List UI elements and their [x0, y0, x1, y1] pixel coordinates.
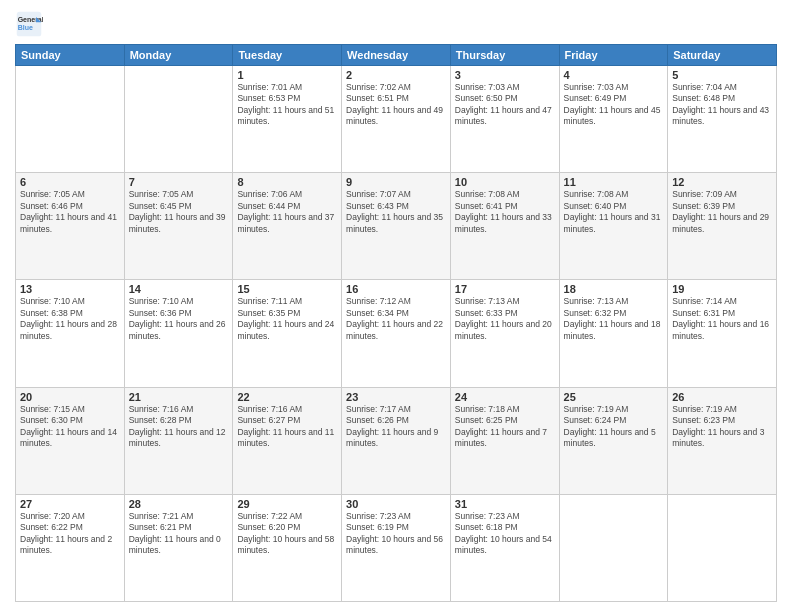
- calendar-cell: 27Sunrise: 7:20 AM Sunset: 6:22 PM Dayli…: [16, 494, 125, 601]
- day-info: Sunrise: 7:05 AM Sunset: 6:45 PM Dayligh…: [129, 189, 229, 235]
- day-info: Sunrise: 7:07 AM Sunset: 6:43 PM Dayligh…: [346, 189, 446, 235]
- logo: General Blue: [15, 10, 47, 38]
- calendar-cell: 22Sunrise: 7:16 AM Sunset: 6:27 PM Dayli…: [233, 387, 342, 494]
- calendar-cell: 28Sunrise: 7:21 AM Sunset: 6:21 PM Dayli…: [124, 494, 233, 601]
- day-number: 7: [129, 176, 229, 188]
- calendar-cell: [559, 494, 668, 601]
- calendar-cell: 8Sunrise: 7:06 AM Sunset: 6:44 PM Daylig…: [233, 173, 342, 280]
- day-header-saturday: Saturday: [668, 45, 777, 66]
- day-number: 13: [20, 283, 120, 295]
- calendar-cell: 9Sunrise: 7:07 AM Sunset: 6:43 PM Daylig…: [342, 173, 451, 280]
- calendar-cell: 23Sunrise: 7:17 AM Sunset: 6:26 PM Dayli…: [342, 387, 451, 494]
- calendar-cell: 4Sunrise: 7:03 AM Sunset: 6:49 PM Daylig…: [559, 66, 668, 173]
- calendar-cell: 26Sunrise: 7:19 AM Sunset: 6:23 PM Dayli…: [668, 387, 777, 494]
- day-info: Sunrise: 7:13 AM Sunset: 6:33 PM Dayligh…: [455, 296, 555, 342]
- calendar-cell: 25Sunrise: 7:19 AM Sunset: 6:24 PM Dayli…: [559, 387, 668, 494]
- day-number: 27: [20, 498, 120, 510]
- day-number: 6: [20, 176, 120, 188]
- day-info: Sunrise: 7:03 AM Sunset: 6:49 PM Dayligh…: [564, 82, 664, 128]
- day-number: 22: [237, 391, 337, 403]
- calendar-week-2: 6Sunrise: 7:05 AM Sunset: 6:46 PM Daylig…: [16, 173, 777, 280]
- day-info: Sunrise: 7:18 AM Sunset: 6:25 PM Dayligh…: [455, 404, 555, 450]
- calendar-cell: 2Sunrise: 7:02 AM Sunset: 6:51 PM Daylig…: [342, 66, 451, 173]
- day-header-monday: Monday: [124, 45, 233, 66]
- day-info: Sunrise: 7:01 AM Sunset: 6:53 PM Dayligh…: [237, 82, 337, 128]
- day-header-sunday: Sunday: [16, 45, 125, 66]
- day-header-thursday: Thursday: [450, 45, 559, 66]
- calendar-cell: 7Sunrise: 7:05 AM Sunset: 6:45 PM Daylig…: [124, 173, 233, 280]
- svg-text:Blue: Blue: [18, 24, 33, 31]
- calendar-cell: 24Sunrise: 7:18 AM Sunset: 6:25 PM Dayli…: [450, 387, 559, 494]
- day-number: 11: [564, 176, 664, 188]
- calendar-header-row: SundayMondayTuesdayWednesdayThursdayFrid…: [16, 45, 777, 66]
- day-info: Sunrise: 7:11 AM Sunset: 6:35 PM Dayligh…: [237, 296, 337, 342]
- day-header-friday: Friday: [559, 45, 668, 66]
- day-number: 10: [455, 176, 555, 188]
- calendar-cell: 5Sunrise: 7:04 AM Sunset: 6:48 PM Daylig…: [668, 66, 777, 173]
- calendar-cell: 12Sunrise: 7:09 AM Sunset: 6:39 PM Dayli…: [668, 173, 777, 280]
- day-info: Sunrise: 7:09 AM Sunset: 6:39 PM Dayligh…: [672, 189, 772, 235]
- calendar-cell: 18Sunrise: 7:13 AM Sunset: 6:32 PM Dayli…: [559, 280, 668, 387]
- day-info: Sunrise: 7:16 AM Sunset: 6:28 PM Dayligh…: [129, 404, 229, 450]
- day-number: 2: [346, 69, 446, 81]
- calendar-cell: 3Sunrise: 7:03 AM Sunset: 6:50 PM Daylig…: [450, 66, 559, 173]
- day-info: Sunrise: 7:23 AM Sunset: 6:18 PM Dayligh…: [455, 511, 555, 557]
- day-number: 25: [564, 391, 664, 403]
- day-info: Sunrise: 7:08 AM Sunset: 6:41 PM Dayligh…: [455, 189, 555, 235]
- calendar-cell: 6Sunrise: 7:05 AM Sunset: 6:46 PM Daylig…: [16, 173, 125, 280]
- calendar-cell: 29Sunrise: 7:22 AM Sunset: 6:20 PM Dayli…: [233, 494, 342, 601]
- day-info: Sunrise: 7:22 AM Sunset: 6:20 PM Dayligh…: [237, 511, 337, 557]
- calendar-week-3: 13Sunrise: 7:10 AM Sunset: 6:38 PM Dayli…: [16, 280, 777, 387]
- calendar-cell: 31Sunrise: 7:23 AM Sunset: 6:18 PM Dayli…: [450, 494, 559, 601]
- calendar-cell: [124, 66, 233, 173]
- day-number: 26: [672, 391, 772, 403]
- logo-icon: General Blue: [15, 10, 43, 38]
- day-info: Sunrise: 7:05 AM Sunset: 6:46 PM Dayligh…: [20, 189, 120, 235]
- calendar-cell: 1Sunrise: 7:01 AM Sunset: 6:53 PM Daylig…: [233, 66, 342, 173]
- day-number: 30: [346, 498, 446, 510]
- calendar-cell: 11Sunrise: 7:08 AM Sunset: 6:40 PM Dayli…: [559, 173, 668, 280]
- calendar-cell: 10Sunrise: 7:08 AM Sunset: 6:41 PM Dayli…: [450, 173, 559, 280]
- day-info: Sunrise: 7:02 AM Sunset: 6:51 PM Dayligh…: [346, 82, 446, 128]
- day-info: Sunrise: 7:16 AM Sunset: 6:27 PM Dayligh…: [237, 404, 337, 450]
- day-info: Sunrise: 7:19 AM Sunset: 6:24 PM Dayligh…: [564, 404, 664, 450]
- calendar-cell: [16, 66, 125, 173]
- day-header-tuesday: Tuesday: [233, 45, 342, 66]
- calendar-cell: 30Sunrise: 7:23 AM Sunset: 6:19 PM Dayli…: [342, 494, 451, 601]
- day-number: 3: [455, 69, 555, 81]
- calendar-cell: 16Sunrise: 7:12 AM Sunset: 6:34 PM Dayli…: [342, 280, 451, 387]
- day-number: 9: [346, 176, 446, 188]
- header: General Blue: [15, 10, 777, 38]
- day-info: Sunrise: 7:06 AM Sunset: 6:44 PM Dayligh…: [237, 189, 337, 235]
- day-number: 17: [455, 283, 555, 295]
- calendar-week-1: 1Sunrise: 7:01 AM Sunset: 6:53 PM Daylig…: [16, 66, 777, 173]
- day-number: 29: [237, 498, 337, 510]
- day-number: 20: [20, 391, 120, 403]
- calendar-cell: 20Sunrise: 7:15 AM Sunset: 6:30 PM Dayli…: [16, 387, 125, 494]
- day-info: Sunrise: 7:10 AM Sunset: 6:38 PM Dayligh…: [20, 296, 120, 342]
- calendar-cell: 21Sunrise: 7:16 AM Sunset: 6:28 PM Dayli…: [124, 387, 233, 494]
- day-number: 16: [346, 283, 446, 295]
- calendar-cell: [668, 494, 777, 601]
- calendar: SundayMondayTuesdayWednesdayThursdayFrid…: [15, 44, 777, 602]
- day-info: Sunrise: 7:19 AM Sunset: 6:23 PM Dayligh…: [672, 404, 772, 450]
- day-number: 19: [672, 283, 772, 295]
- day-info: Sunrise: 7:20 AM Sunset: 6:22 PM Dayligh…: [20, 511, 120, 557]
- calendar-cell: 17Sunrise: 7:13 AM Sunset: 6:33 PM Dayli…: [450, 280, 559, 387]
- calendar-week-4: 20Sunrise: 7:15 AM Sunset: 6:30 PM Dayli…: [16, 387, 777, 494]
- day-number: 24: [455, 391, 555, 403]
- calendar-cell: 13Sunrise: 7:10 AM Sunset: 6:38 PM Dayli…: [16, 280, 125, 387]
- calendar-week-5: 27Sunrise: 7:20 AM Sunset: 6:22 PM Dayli…: [16, 494, 777, 601]
- calendar-cell: 19Sunrise: 7:14 AM Sunset: 6:31 PM Dayli…: [668, 280, 777, 387]
- day-number: 21: [129, 391, 229, 403]
- day-number: 8: [237, 176, 337, 188]
- day-info: Sunrise: 7:21 AM Sunset: 6:21 PM Dayligh…: [129, 511, 229, 557]
- day-number: 31: [455, 498, 555, 510]
- day-info: Sunrise: 7:14 AM Sunset: 6:31 PM Dayligh…: [672, 296, 772, 342]
- day-number: 12: [672, 176, 772, 188]
- day-info: Sunrise: 7:23 AM Sunset: 6:19 PM Dayligh…: [346, 511, 446, 557]
- day-number: 1: [237, 69, 337, 81]
- day-number: 18: [564, 283, 664, 295]
- day-info: Sunrise: 7:15 AM Sunset: 6:30 PM Dayligh…: [20, 404, 120, 450]
- day-number: 14: [129, 283, 229, 295]
